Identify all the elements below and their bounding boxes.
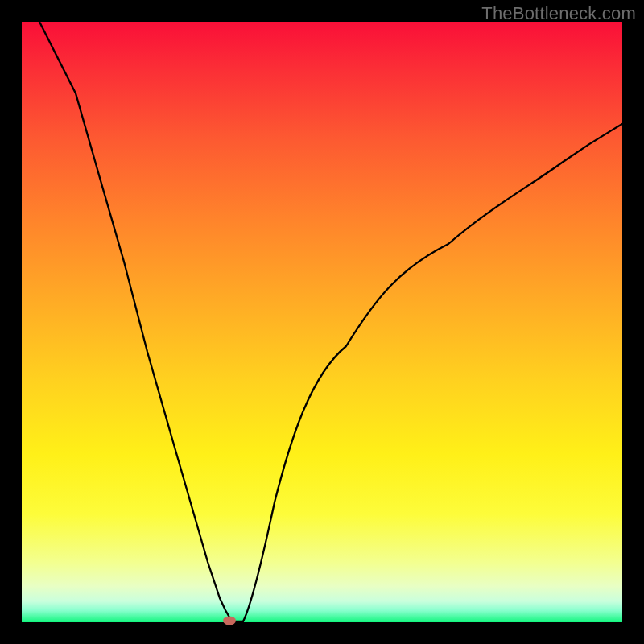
chart-frame: TheBottleneck.com	[0, 0, 644, 644]
bottleneck-curve	[22, 22, 622, 622]
curve-right-branch	[243, 124, 622, 621]
plot-area	[22, 22, 622, 622]
curve-left-branch	[39, 22, 243, 621]
optimum-marker	[223, 617, 236, 625]
watermark-text: TheBottleneck.com	[481, 3, 636, 24]
